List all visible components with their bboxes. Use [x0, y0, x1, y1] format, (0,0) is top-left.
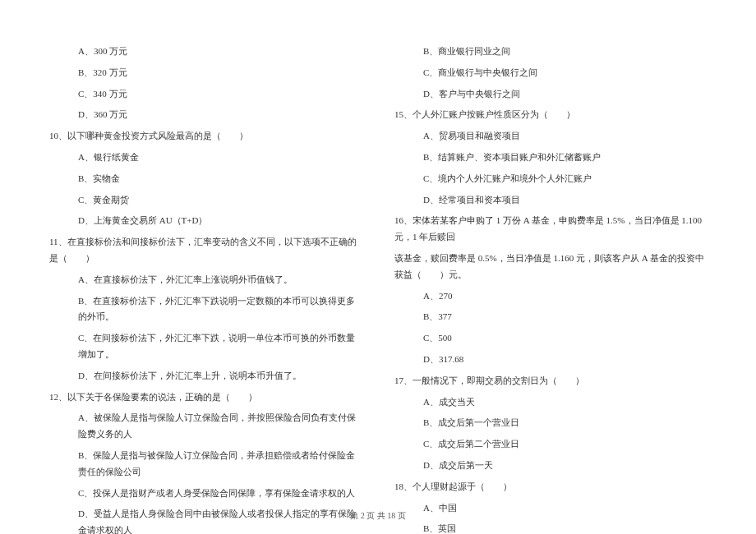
q14-option-b: B、商业银行同业之间 — [394, 41, 707, 62]
page-container: A、300 万元 B、320 万元 C、340 万元 D、360 万元 10、以… — [33, 41, 723, 476]
q9-option-a: A、300 万元 — [49, 41, 362, 62]
q16-text-line2: 该基金，赎回费率是 0.5%，当日净值是 1.160 元，则该客户从 A 基金的… — [394, 248, 707, 286]
q15-option-b: B、结算账户、资本项目账户和外汇储蓄账户 — [394, 147, 707, 168]
q10-option-b: B、实物金 — [49, 168, 362, 190]
q16-option-c: C、500 — [394, 328, 707, 349]
q10-text: 10、以下哪种黄金投资方式风险最高的是（ ） — [49, 126, 362, 147]
q17-option-c: C、成交后第二个营业日 — [394, 434, 707, 455]
q11-text: 11、在直接标价法和间接标价法下，汇率变动的含义不同，以下选项不正确的是（ ） — [49, 232, 362, 269]
left-column: A、300 万元 B、320 万元 C、340 万元 D、360 万元 10、以… — [33, 41, 378, 476]
q12-option-a: A、被保险人是指与保险人订立保险合同，并按照保险合同负有支付保险费义务的人 — [49, 407, 362, 445]
q12-text: 12、以下关于各保险要素的说法，正确的是（ ） — [49, 387, 362, 408]
q16-option-b: B、377 — [394, 306, 707, 328]
q11-option-a: A、在直接标价法下，外汇汇率上涨说明外币值钱了。 — [49, 269, 362, 291]
q17-option-b: B、成交后第一个营业日 — [394, 412, 707, 434]
q12-option-b: B、保险人是指与被保险人订立保险合同，并承担赔偿或者给付保险金责任的保险公司 — [49, 445, 362, 483]
q14-option-d: D、客户与中央银行之间 — [394, 84, 707, 105]
q18-text: 18、个人理财起源于（ ） — [394, 476, 707, 498]
q17-option-a: A、成交当天 — [394, 392, 707, 413]
q12-option-c: C、投保人是指财产或者人身受保险合同保障，享有保险金请求权的人 — [49, 483, 362, 504]
q16-option-d: D、317.68 — [394, 349, 707, 371]
q10-option-c: C、黄金期货 — [49, 190, 362, 211]
q10-option-a: A、银行纸黄金 — [49, 147, 362, 168]
q9-option-b: B、320 万元 — [49, 62, 362, 84]
q11-option-c: C、在间接标价法下，外汇汇率下跌，说明一单位本币可换的外币数量增加了。 — [49, 328, 362, 366]
q9-option-d: D、360 万元 — [49, 104, 362, 126]
q17-option-d: D、成交后第一天 — [394, 455, 707, 476]
q15-option-d: D、经常项目和资本项目 — [394, 190, 707, 211]
q17-text: 17、一般情况下，即期交易的交割日为（ ） — [394, 371, 707, 392]
q16-option-a: A、270 — [394, 286, 707, 307]
q10-option-d: D、上海黄金交易所 AU（T+D） — [49, 210, 362, 232]
q15-text: 15、个人外汇账户按账户性质区分为（ ） — [394, 104, 707, 126]
q16-text-line1: 16、宋体若某客户申购了 1 万份 A 基金，申购费率是 1.5%，当日净值是 … — [394, 210, 707, 248]
q15-option-c: C、境内个人外汇账户和境外个人外汇账户 — [394, 168, 707, 190]
page-footer: 第 2 页 共 18 页 — [0, 510, 756, 522]
q11-option-d: D、在间接标价法下，外汇汇率上升，说明本币升值了。 — [49, 366, 362, 387]
q14-option-c: C、商业银行与中央银行之间 — [394, 62, 707, 84]
q9-option-c: C、340 万元 — [49, 84, 362, 105]
q15-option-a: A、贸易项目和融资项目 — [394, 126, 707, 147]
q11-option-b: B、在直接标价法下，外汇汇率下跌说明一定数额的本币可以换得更多的外币。 — [49, 291, 362, 329]
right-column: B、商业银行同业之间 C、商业银行与中央银行之间 D、客户与中央银行之间 15、… — [378, 41, 723, 476]
